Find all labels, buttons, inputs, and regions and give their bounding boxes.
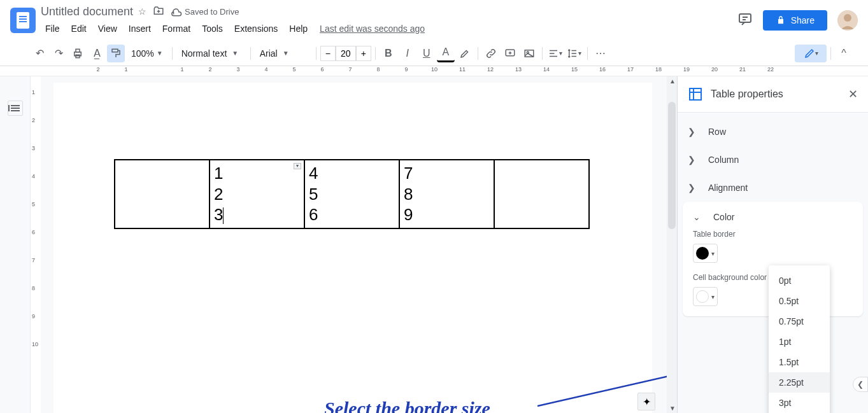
document-title[interactable]: Untitled document <box>41 5 133 18</box>
panel-title: Table properties <box>711 88 841 100</box>
annotation-text: Select the border size <box>324 398 490 413</box>
svg-rect-4 <box>76 49 80 52</box>
section-row[interactable]: ❯Row <box>678 118 868 146</box>
print-button[interactable] <box>69 45 87 62</box>
menu-extensions[interactable]: Extensions <box>230 21 282 36</box>
underline-button[interactable]: U <box>418 45 436 62</box>
app-header: Untitled document ☆ Saved to Drive File … <box>0 0 868 41</box>
paint-format-button[interactable] <box>107 45 125 62</box>
document-table[interactable]: ▾1 2 3 4 5 6 7 8 9 <box>114 159 590 229</box>
border-width-option[interactable]: 0.5pt <box>769 291 830 311</box>
document-canvas[interactable]: ▾1 2 3 4 5 6 7 8 9 Select the border siz… <box>41 76 667 413</box>
table-border-label: Table border <box>693 230 853 239</box>
vertical-ruler[interactable]: 12345678910 <box>31 76 41 413</box>
font-size-increase[interactable]: + <box>356 46 371 61</box>
insert-link-button[interactable] <box>482 45 500 62</box>
docs-logo[interactable] <box>10 8 36 33</box>
border-width-option[interactable]: 1.5pt <box>769 352 830 372</box>
chevron-right-icon: ❯ <box>688 127 698 137</box>
menu-edit[interactable]: Edit <box>67 21 91 36</box>
border-width-option[interactable]: 3pt <box>769 393 830 413</box>
border-width-option[interactable]: 1pt <box>769 332 830 352</box>
line-spacing-button[interactable]: ▾ <box>566 45 583 62</box>
menu-view[interactable]: View <box>94 21 122 36</box>
section-color-header[interactable]: ⌄Color <box>693 212 853 230</box>
insert-image-button[interactable] <box>520 45 538 62</box>
font-size-decrease[interactable]: − <box>320 46 336 61</box>
close-panel-button[interactable]: ✕ <box>848 87 858 101</box>
menu-tools[interactable]: Tools <box>197 21 227 36</box>
menu-insert[interactable]: Insert <box>124 21 155 36</box>
svg-rect-6 <box>112 49 118 52</box>
menu-file[interactable]: File <box>41 21 64 36</box>
table-cell[interactable]: ▾1 2 3 <box>210 160 304 228</box>
more-button[interactable]: ⋯ <box>592 45 609 62</box>
last-edit-link[interactable]: Last edit was seconds ago <box>320 24 425 34</box>
chevron-down-icon: ⌄ <box>693 212 703 222</box>
table-cell[interactable] <box>115 160 210 228</box>
menu-help[interactable]: Help <box>285 21 312 36</box>
border-width-option[interactable]: 2.25pt <box>769 372 830 393</box>
outline-toggle[interactable] <box>8 101 23 116</box>
save-status: Saved to Drive <box>171 6 239 17</box>
hide-menus-button[interactable]: ^ <box>835 45 853 62</box>
side-panel-toggle[interactable]: ❮ <box>853 377 868 392</box>
text-color-button[interactable]: A <box>437 45 455 62</box>
font-family-select[interactable]: Arial▼ <box>255 46 312 61</box>
border-color-picker[interactable]: ▾ <box>693 244 718 263</box>
italic-button[interactable]: I <box>399 45 416 62</box>
toolbar: ↶ ↷ A̲ 100%▼ Normal text▼ Arial▼ − + B I… <box>0 41 868 66</box>
highlight-button[interactable] <box>456 45 474 62</box>
editing-mode-button[interactable]: ▾ <box>795 45 827 62</box>
border-width-dropdown: 0pt0.5pt0.75pt1pt1.5pt2.25pt3pt4.5pt6pt <box>769 265 830 413</box>
explore-button[interactable]: ✦ <box>637 393 655 410</box>
section-column[interactable]: ❯Column <box>678 146 868 174</box>
table-icon <box>688 87 703 102</box>
scrollbar-thumb[interactable] <box>668 102 676 229</box>
move-icon[interactable] <box>153 5 164 18</box>
comments-icon[interactable] <box>737 11 753 29</box>
menubar: File Edit View Insert Format Tools Exten… <box>41 21 737 36</box>
border-width-option[interactable]: 0pt <box>769 270 830 291</box>
chevron-right-icon: ❯ <box>688 183 698 193</box>
horizontal-ruler[interactable]: 2112345678910111213141516171819202122 <box>0 66 868 76</box>
title-area: Untitled document ☆ Saved to Drive File … <box>41 5 737 36</box>
table-properties-panel: Table properties ✕ ❯Row ❯Column ❯Alignme… <box>677 76 868 413</box>
star-icon[interactable]: ☆ <box>138 6 146 17</box>
share-button[interactable]: Share <box>763 10 827 31</box>
vertical-scrollbar[interactable]: ▲ ▼ <box>667 76 677 413</box>
table-cell[interactable] <box>494 160 589 228</box>
add-comment-button[interactable] <box>501 45 519 62</box>
user-avatar[interactable] <box>837 10 858 31</box>
align-button[interactable]: ▾ <box>546 45 564 62</box>
font-size-input[interactable] <box>336 46 356 61</box>
column-handle-icon[interactable]: ▾ <box>294 163 301 169</box>
table-cell[interactable]: 7 8 9 <box>399 160 494 228</box>
paragraph-style-select[interactable]: Normal text▼ <box>176 46 246 61</box>
svg-rect-0 <box>739 14 751 22</box>
section-alignment[interactable]: ❯Alignment <box>678 174 868 202</box>
bold-button[interactable]: B <box>380 45 397 62</box>
left-gutter <box>0 76 31 413</box>
zoom-select[interactable]: 100%▼ <box>126 46 168 61</box>
undo-button[interactable]: ↶ <box>31 45 48 62</box>
page: ▾1 2 3 4 5 6 7 8 9 Select the border siz… <box>53 83 652 413</box>
redo-button[interactable]: ↷ <box>50 45 68 62</box>
svg-point-2 <box>844 14 851 22</box>
svg-rect-11 <box>690 88 701 100</box>
border-width-option[interactable]: 0.75pt <box>769 311 830 332</box>
table-cell[interactable]: 4 5 6 <box>304 160 399 228</box>
menu-format[interactable]: Format <box>158 21 195 36</box>
cell-bg-picker[interactable]: ▾ <box>693 287 718 306</box>
spellcheck-button[interactable]: A̲ <box>88 45 106 62</box>
chevron-right-icon: ❯ <box>688 155 698 165</box>
